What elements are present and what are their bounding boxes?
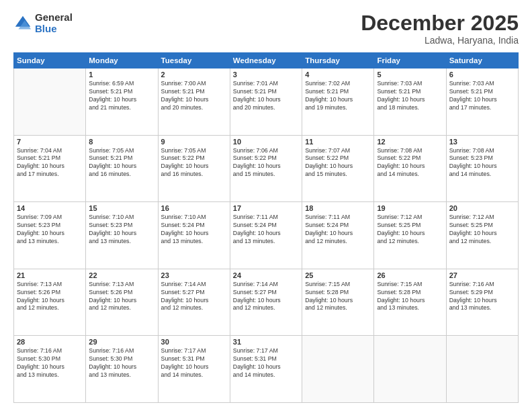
calendar-week-row: 21Sunrise: 7:13 AMSunset: 5:26 PMDayligh… — [14, 269, 519, 336]
day-info: Sunrise: 7:15 AMSunset: 5:28 PMDaylight:… — [305, 281, 371, 313]
day-number: 31 — [233, 338, 299, 346]
table-row: 20Sunrise: 7:12 AMSunset: 5:25 PMDayligh… — [446, 202, 518, 269]
table-row — [446, 336, 518, 403]
day-info: Sunrise: 7:01 AMSunset: 5:21 PMDaylight:… — [233, 80, 299, 112]
day-number: 4 — [305, 71, 371, 79]
table-row: 5Sunrise: 7:03 AMSunset: 5:21 PMDaylight… — [374, 68, 446, 136]
day-number: 13 — [449, 138, 515, 146]
day-info: Sunrise: 7:10 AMSunset: 5:24 PMDaylight:… — [161, 214, 227, 246]
day-number: 25 — [305, 271, 371, 279]
col-wednesday: Wednesday — [230, 53, 302, 68]
col-friday: Friday — [374, 53, 446, 68]
table-row: 28Sunrise: 7:16 AMSunset: 5:30 PMDayligh… — [14, 336, 86, 403]
col-monday: Monday — [86, 53, 158, 68]
day-info: Sunrise: 7:03 AMSunset: 5:21 PMDaylight:… — [377, 80, 443, 112]
table-row: 21Sunrise: 7:13 AMSunset: 5:26 PMDayligh… — [14, 269, 86, 336]
day-info: Sunrise: 7:05 AMSunset: 5:22 PMDaylight:… — [161, 147, 227, 179]
day-info: Sunrise: 7:11 AMSunset: 5:24 PMDaylight:… — [305, 214, 371, 246]
day-number: 10 — [233, 138, 299, 146]
table-row: 2Sunrise: 7:00 AMSunset: 5:21 PMDaylight… — [158, 68, 230, 136]
day-info: Sunrise: 7:09 AMSunset: 5:23 PMDaylight:… — [17, 214, 83, 246]
table-row: 16Sunrise: 7:10 AMSunset: 5:24 PMDayligh… — [158, 202, 230, 269]
day-info: Sunrise: 7:16 AMSunset: 5:30 PMDaylight:… — [89, 347, 154, 379]
col-tuesday: Tuesday — [158, 53, 230, 68]
day-number: 26 — [377, 271, 443, 279]
month-title: December 2025 — [361, 12, 519, 34]
day-info: Sunrise: 7:08 AMSunset: 5:23 PMDaylight:… — [449, 147, 515, 179]
day-info: Sunrise: 7:13 AMSunset: 5:26 PMDaylight:… — [17, 281, 83, 313]
day-number: 20 — [449, 204, 515, 212]
day-number: 16 — [161, 204, 227, 212]
table-row: 15Sunrise: 7:10 AMSunset: 5:23 PMDayligh… — [86, 202, 158, 269]
calendar-week-row: 1Sunrise: 6:59 AMSunset: 5:21 PMDaylight… — [14, 68, 519, 136]
day-number: 7 — [17, 138, 83, 146]
day-info: Sunrise: 7:04 AMSunset: 5:21 PMDaylight:… — [17, 147, 83, 179]
day-info: Sunrise: 7:14 AMSunset: 5:27 PMDaylight:… — [233, 281, 299, 313]
calendar-week-row: 7Sunrise: 7:04 AMSunset: 5:21 PMDaylight… — [14, 135, 519, 202]
calendar-week-row: 14Sunrise: 7:09 AMSunset: 5:23 PMDayligh… — [14, 202, 519, 269]
day-info: Sunrise: 7:11 AMSunset: 5:24 PMDaylight:… — [233, 214, 299, 246]
table-row: 10Sunrise: 7:06 AMSunset: 5:22 PMDayligh… — [230, 135, 302, 202]
table-row: 29Sunrise: 7:16 AMSunset: 5:30 PMDayligh… — [86, 336, 158, 403]
day-info: Sunrise: 7:00 AMSunset: 5:21 PMDaylight:… — [161, 80, 227, 112]
table-row: 7Sunrise: 7:04 AMSunset: 5:21 PMDaylight… — [14, 135, 86, 202]
day-info: Sunrise: 7:17 AMSunset: 5:31 PMDaylight:… — [233, 347, 299, 379]
day-info: Sunrise: 7:12 AMSunset: 5:25 PMDaylight:… — [449, 214, 515, 246]
logo-general-text: General — [35, 12, 73, 24]
day-number: 18 — [305, 204, 371, 212]
day-number: 15 — [89, 204, 154, 212]
table-row: 18Sunrise: 7:11 AMSunset: 5:24 PMDayligh… — [302, 202, 374, 269]
day-number: 23 — [161, 271, 227, 279]
day-info: Sunrise: 7:16 AMSunset: 5:29 PMDaylight:… — [449, 281, 515, 313]
day-number: 12 — [377, 138, 443, 146]
col-thursday: Thursday — [302, 53, 374, 68]
col-saturday: Saturday — [446, 53, 518, 68]
calendar-table: Sunday Monday Tuesday Wednesday Thursday… — [13, 52, 519, 403]
logo-icon — [13, 14, 32, 33]
header: General Blue December 2025 Ladwa, Haryan… — [13, 12, 519, 46]
day-info: Sunrise: 7:16 AMSunset: 5:30 PMDaylight:… — [17, 347, 83, 379]
table-row: 6Sunrise: 7:03 AMSunset: 5:21 PMDaylight… — [446, 68, 518, 136]
title-section: December 2025 Ladwa, Haryana, India — [361, 12, 519, 46]
table-row: 13Sunrise: 7:08 AMSunset: 5:23 PMDayligh… — [446, 135, 518, 202]
col-sunday: Sunday — [14, 53, 86, 68]
day-number: 2 — [161, 71, 227, 79]
table-row: 19Sunrise: 7:12 AMSunset: 5:25 PMDayligh… — [374, 202, 446, 269]
day-number: 21 — [17, 271, 83, 279]
logo: General Blue — [13, 12, 73, 34]
day-info: Sunrise: 7:17 AMSunset: 5:31 PMDaylight:… — [161, 347, 227, 379]
day-number: 27 — [449, 271, 515, 279]
calendar-week-row: 28Sunrise: 7:16 AMSunset: 5:30 PMDayligh… — [14, 336, 519, 403]
day-info: Sunrise: 7:08 AMSunset: 5:22 PMDaylight:… — [377, 147, 443, 179]
day-info: Sunrise: 7:05 AMSunset: 5:21 PMDaylight:… — [89, 147, 154, 179]
logo-text: General Blue — [35, 12, 73, 34]
day-info: Sunrise: 7:06 AMSunset: 5:22 PMDaylight:… — [233, 147, 299, 179]
day-info: Sunrise: 7:07 AMSunset: 5:22 PMDaylight:… — [305, 147, 371, 179]
day-number: 14 — [17, 204, 83, 212]
calendar-header-row: Sunday Monday Tuesday Wednesday Thursday… — [14, 53, 519, 68]
table-row — [374, 336, 446, 403]
table-row: 12Sunrise: 7:08 AMSunset: 5:22 PMDayligh… — [374, 135, 446, 202]
day-info: Sunrise: 7:14 AMSunset: 5:27 PMDaylight:… — [161, 281, 227, 313]
day-number: 8 — [89, 138, 154, 146]
table-row: 23Sunrise: 7:14 AMSunset: 5:27 PMDayligh… — [158, 269, 230, 336]
day-info: Sunrise: 7:03 AMSunset: 5:21 PMDaylight:… — [449, 80, 515, 112]
day-info: Sunrise: 7:12 AMSunset: 5:25 PMDaylight:… — [377, 214, 443, 246]
day-number: 9 — [161, 138, 227, 146]
table-row: 1Sunrise: 6:59 AMSunset: 5:21 PMDaylight… — [86, 68, 158, 136]
table-row: 30Sunrise: 7:17 AMSunset: 5:31 PMDayligh… — [158, 336, 230, 403]
day-number: 28 — [17, 338, 83, 346]
table-row: 27Sunrise: 7:16 AMSunset: 5:29 PMDayligh… — [446, 269, 518, 336]
location: Ladwa, Haryana, India — [361, 35, 519, 46]
day-info: Sunrise: 7:10 AMSunset: 5:23 PMDaylight:… — [89, 214, 154, 246]
day-number: 1 — [89, 71, 154, 79]
table-row: 25Sunrise: 7:15 AMSunset: 5:28 PMDayligh… — [302, 269, 374, 336]
day-number: 6 — [449, 71, 515, 79]
table-row: 31Sunrise: 7:17 AMSunset: 5:31 PMDayligh… — [230, 336, 302, 403]
table-row: 11Sunrise: 7:07 AMSunset: 5:22 PMDayligh… — [302, 135, 374, 202]
day-info: Sunrise: 6:59 AMSunset: 5:21 PMDaylight:… — [89, 80, 154, 112]
table-row: 8Sunrise: 7:05 AMSunset: 5:21 PMDaylight… — [86, 135, 158, 202]
table-row: 14Sunrise: 7:09 AMSunset: 5:23 PMDayligh… — [14, 202, 86, 269]
day-number: 17 — [233, 204, 299, 212]
day-number: 5 — [377, 71, 443, 79]
